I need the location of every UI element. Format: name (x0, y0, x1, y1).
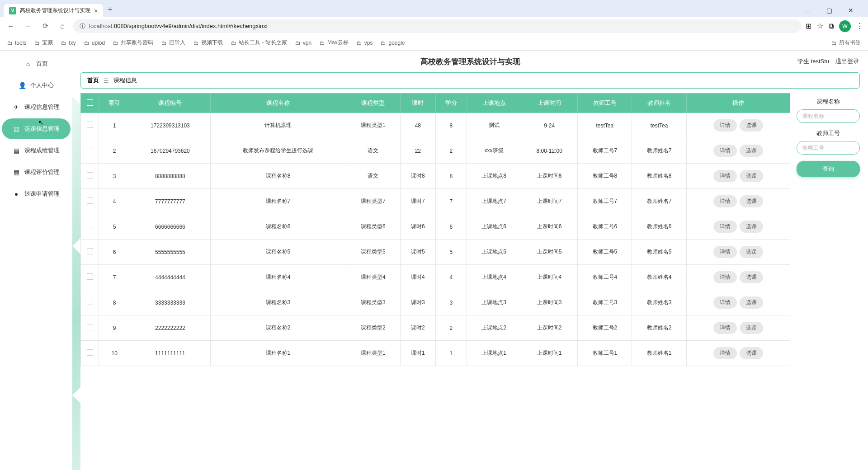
bookmark-item[interactable]: 🗀tools (7, 40, 26, 46)
detail-button[interactable]: 详情 (713, 195, 737, 207)
select-course-button[interactable]: 选课 (740, 145, 763, 157)
folder-icon: 🗀 (7, 40, 13, 46)
close-icon[interactable]: × (94, 7, 98, 14)
cell-time: 上课时间8 (521, 164, 578, 189)
user-label[interactable]: 学生 testStu (797, 57, 829, 66)
extensions-icon[interactable]: ⧉ (829, 22, 834, 30)
profile-avatar[interactable]: W (839, 20, 851, 32)
sidebar-item-首页[interactable]: ⌂首页 (2, 53, 71, 74)
back-button[interactable]: ← (5, 20, 17, 33)
sidebar-item-选课信息管理[interactable]: ▦选课信息管理 (2, 118, 71, 139)
folder-icon: 🗀 (295, 40, 301, 46)
close-window-button[interactable]: ✕ (841, 4, 861, 17)
cell-time: 上课时间7 (521, 189, 578, 214)
row-checkbox[interactable] (87, 299, 93, 305)
select-course-button[interactable]: 选课 (740, 195, 763, 207)
folder-icon: 🗀 (34, 40, 40, 46)
filter-label-tno: 教师工号 (797, 129, 860, 137)
all-bookmarks[interactable]: 🗀所有书签 (831, 39, 861, 47)
detail-button[interactable]: 详情 (713, 119, 737, 132)
cell-tname: 教师姓名3 (632, 290, 686, 315)
select-course-button[interactable]: 选课 (740, 322, 763, 334)
detail-button[interactable]: 详情 (713, 246, 737, 258)
sidebar-item-课程成绩管理[interactable]: ▦课程成绩管理 (2, 140, 71, 161)
row-checkbox[interactable] (87, 324, 93, 330)
cell-type: 课程类型1 (346, 113, 400, 138)
reload-button[interactable]: ⟳ (39, 20, 52, 33)
detail-button[interactable]: 详情 (713, 221, 737, 233)
cell-place: 上课地点4 (467, 265, 521, 290)
select-all-checkbox[interactable] (87, 99, 93, 106)
bookmark-star-icon[interactable]: ☆ (817, 22, 823, 30)
bookmark-item[interactable]: 🗀Max云梯 (320, 39, 349, 47)
select-course-button[interactable]: 选课 (740, 246, 763, 258)
select-course-button[interactable]: 选课 (740, 347, 763, 359)
sidebar-item-课程评价管理[interactable]: ▦课程评价管理 (2, 162, 71, 183)
folder-icon: 🗀 (193, 40, 199, 46)
folder-icon: 🗀 (231, 40, 236, 46)
row-checkbox[interactable] (87, 273, 93, 280)
minimize-button[interactable]: — (797, 4, 817, 17)
cell-time: 上课时间6 (521, 214, 578, 240)
filter-input-name[interactable] (797, 109, 860, 123)
select-course-button[interactable]: 选课 (740, 170, 763, 182)
site-info-icon[interactable]: ⓘ (80, 22, 85, 30)
bookmark-item[interactable]: 🗀google (381, 40, 405, 46)
sidebar-item-label: 选课信息管理 (24, 125, 60, 133)
bookmark-item[interactable]: 🗀共享账号密码 (113, 39, 153, 47)
bookmark-item[interactable]: 🗀txy (61, 40, 75, 46)
select-course-button[interactable]: 选课 (740, 119, 763, 132)
row-checkbox[interactable] (87, 147, 93, 153)
cell-no: 4444444444 (130, 265, 210, 290)
select-course-button[interactable]: 选课 (740, 296, 763, 309)
row-checkbox[interactable] (87, 248, 93, 254)
detail-button[interactable]: 详情 (713, 322, 737, 334)
detail-button[interactable]: 详情 (713, 296, 737, 309)
logout-link[interactable]: 退出登录 (835, 57, 859, 66)
filter-input-tno[interactable] (797, 141, 860, 155)
filter-label-name: 课程名称 (797, 98, 860, 106)
cell-credit: 5 (435, 240, 467, 265)
row-checkbox[interactable] (87, 223, 93, 229)
sidebar-item-课程信息管理[interactable]: ✈课程信息管理 (2, 97, 71, 118)
bookmark-item[interactable]: 🗀宝藏 (34, 39, 53, 47)
cell-idx: 7 (99, 265, 130, 290)
row-checkbox[interactable] (87, 349, 93, 356)
bookmark-item[interactable]: 🗀uplod (84, 40, 105, 46)
cell-type: 课程类型5 (346, 240, 400, 265)
bookmark-item[interactable]: 🗀已导入 (161, 39, 185, 47)
cell-tname: 教师姓名7 (632, 138, 686, 164)
bookmark-item[interactable]: 🗀视频下载 (193, 39, 223, 47)
cell-idx: 4 (99, 189, 130, 214)
forward-button[interactable]: → (22, 20, 34, 33)
detail-button[interactable]: 详情 (713, 170, 737, 182)
row-checkbox[interactable] (87, 197, 93, 204)
cell-type: 课程类型3 (346, 290, 400, 315)
query-button[interactable]: 查询 (797, 161, 860, 177)
sidebar-item-label: 个人中心 (30, 81, 54, 89)
sidebar-item-个人中心[interactable]: 👤个人中心 (2, 75, 71, 96)
maximize-button[interactable]: ▢ (819, 4, 839, 17)
bookmark-item[interactable]: 🗀vpn (295, 40, 311, 46)
row-checkbox[interactable] (87, 172, 93, 179)
url-field[interactable]: ⓘ localhost:8080/springbootvv4e9/admin/d… (73, 19, 801, 33)
browser-tab[interactable]: V 高校教务管理系统设计与实现 × (4, 4, 103, 17)
detail-button[interactable]: 详情 (713, 271, 737, 283)
filter-panel: 课程名称 教师工号 查询 (797, 93, 860, 470)
bookmark-item[interactable]: 🗀站长工具 - 站长之家 (231, 39, 287, 47)
bookmark-item[interactable]: 🗀vps (357, 40, 373, 46)
translate-icon[interactable]: ⊞ (806, 22, 811, 30)
select-course-button[interactable]: 选课 (740, 221, 763, 233)
detail-button[interactable]: 详情 (713, 347, 737, 359)
home-button[interactable]: ⌂ (56, 20, 69, 33)
select-course-button[interactable]: 选课 (740, 271, 763, 283)
breadcrumb-home[interactable]: 首页 (87, 76, 99, 85)
cell-idx: 10 (99, 341, 130, 366)
new-tab-button[interactable]: + (103, 2, 117, 17)
sidebar-item-退课申请管理[interactable]: ●退课申请管理 (2, 183, 71, 204)
table-row: 38888888888课程名称8语文课时88上课地点8上课时间8教师工号8教师姓… (81, 164, 790, 189)
row-checkbox[interactable] (87, 122, 93, 128)
menu-icon[interactable]: ⋮ (856, 22, 863, 30)
cell-place: 上课地点5 (467, 240, 521, 265)
detail-button[interactable]: 详情 (713, 145, 737, 157)
